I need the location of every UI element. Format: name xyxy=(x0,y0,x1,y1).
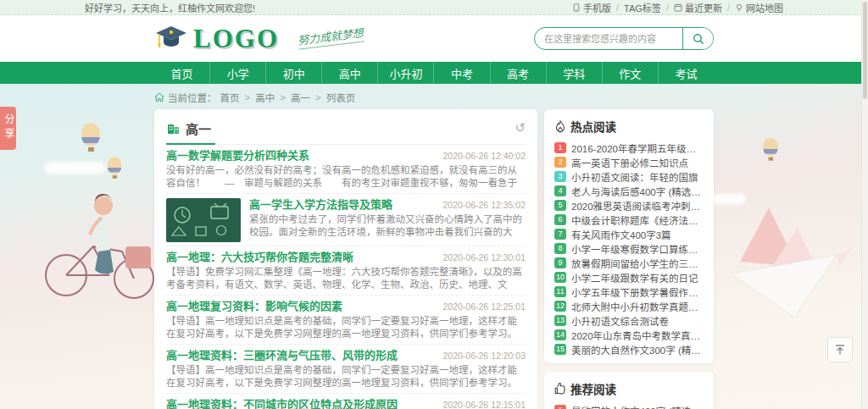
scrollbar-thumb[interactable] xyxy=(863,2,867,99)
topbar-link-mobile[interactable]: 手机版 xyxy=(572,1,611,14)
nav-item-exams[interactable]: 考试 xyxy=(658,62,714,84)
article-date: 2020-06-26 12:20:03 xyxy=(443,351,526,361)
search-input[interactable] xyxy=(535,28,682,49)
nav-item-senior-high[interactable]: 高中 xyxy=(321,62,377,84)
hot-list-item[interactable]: 8小学一年级寒假数学口算练习题三篇 xyxy=(554,241,704,256)
article-item: 高一地理：六大技巧帮你答题完整清晰 2020-06-26 12:30:01 【导… xyxy=(166,246,526,296)
graduation-cap-icon xyxy=(154,25,188,53)
recommend-reading-title: 推荐阅读 xyxy=(570,380,616,397)
topbar: 好好学习，天天向上，红柚作文网欢迎您! 手机版 / TAG标签 / 最近更新 / xyxy=(0,0,868,15)
sidebar: 热点阅读 12016-2020年春学期五年级语文下期末模拟 2高一英语下册必修二… xyxy=(544,109,714,409)
article-summary: 没有好的高一，必然没有好的高考；没有高一的危机感和紧迫感，就没有高三的从容自信！… xyxy=(166,164,526,190)
article-date: 2020-06-26 12:15:01 xyxy=(443,400,526,409)
list-header: 高一 ↺ xyxy=(166,119,526,145)
arrow-up-icon xyxy=(834,344,846,356)
hot-list-item[interactable]: 2高一英语下册必修二知识点 xyxy=(554,155,704,169)
separator: > xyxy=(315,92,321,102)
topbar-links: 手机版 / TAG标签 / 最近更新 / 网站地图 xyxy=(572,1,783,14)
article-item: 高一数学解题要分析四种关系 2020-06-26 12:40:02 没有好的高一… xyxy=(166,145,526,194)
hot-air-balloon xyxy=(81,123,100,152)
breadcrumb: 当前位置： 首页 > 高中 > 高一 > 列表页 xyxy=(154,84,714,109)
article-title-link[interactable]: 高一数学解题要分析四种关系 xyxy=(166,149,309,162)
topbar-link-sitemap[interactable]: 网站地图 xyxy=(735,1,783,14)
article-item: 高一地理资料：三圈环流与气压带、风带的形成 2020-06-26 12:20:0… xyxy=(166,345,526,394)
search-box xyxy=(534,27,714,50)
rank-badge: 3 xyxy=(554,171,566,182)
flame-icon xyxy=(554,120,566,133)
article-item: 高一地理复习资料：影响气候的因素 2020-06-26 12:25:01 【导语… xyxy=(166,296,526,345)
hot-air-balloon xyxy=(763,137,778,160)
nav-item-junior-high[interactable]: 初中 xyxy=(265,62,321,84)
share-button[interactable]: 分享 xyxy=(0,107,16,150)
article-title-link[interactable]: 高一地理：六大技巧帮你答题完整清晰 xyxy=(166,251,353,263)
rank-badge: 5 xyxy=(554,200,566,211)
topbar-link-label: 网站地图 xyxy=(746,1,783,14)
article-title-link[interactable]: 高一地理资料：三圈环流与气压带、风带的形成 xyxy=(166,349,398,362)
hot-list-item[interactable]: 142020年山东青岛中考数学真题 (已公布) xyxy=(554,328,704,342)
nav-item-subjects[interactable]: 学科 xyxy=(546,62,602,84)
hot-list-item[interactable]: 10小学二年级跟数学有关的日记 xyxy=(554,270,704,285)
phone-icon xyxy=(572,3,581,12)
article-title-link[interactable]: 高一地理资料：不同城市的区位特点及形成原因 xyxy=(166,398,398,409)
nav-item-home[interactable]: 首页 xyxy=(154,62,209,84)
rank-badge: 11 xyxy=(554,286,566,297)
hot-list-item[interactable]: 7有关风雨作文400字3篇 xyxy=(554,227,704,241)
breadcrumb-link-grade-one[interactable]: 高一 xyxy=(291,91,310,104)
hot-list-item[interactable]: 3小升初语文阅读：年轻的国旗 xyxy=(554,169,704,184)
rank-badge: 15 xyxy=(554,344,566,355)
chalkboard-doodle xyxy=(170,202,236,239)
rank-badge: 4 xyxy=(554,185,566,196)
article-thumbnail[interactable] xyxy=(166,198,241,242)
article-title-link[interactable]: 高一地理复习资料：影响气候的因素 xyxy=(166,300,342,312)
article-date: 2020-06-26 12:40:02 xyxy=(443,151,526,161)
hot-list-item[interactable]: 4老人与海读后感400字 (精选3篇) xyxy=(554,184,704,198)
list-title: 高一 xyxy=(186,119,211,137)
hot-list-item[interactable]: 52020雅思英语阅读临考冲刺试题附答案 xyxy=(554,198,704,213)
breadcrumb-prefix: 当前位置： xyxy=(168,91,217,104)
topbar-link-recent-updates[interactable]: 最近更新 xyxy=(674,1,722,14)
article-summary: 【导语】高一地理知识点是高考的基础，同学们一定要复习好高一地理，这样才能在复习好… xyxy=(166,364,526,390)
article-title-link[interactable]: 高一学生入学方法指导及策略 xyxy=(249,198,392,211)
nav-item-composition[interactable]: 作文 xyxy=(602,62,658,84)
site-logo[interactable]: LOGO xyxy=(154,25,279,53)
topbar-link-tags[interactable]: TAG标签 xyxy=(624,1,661,14)
nav-item-gaokao[interactable]: 高考 xyxy=(490,62,546,84)
rank-badge: 7 xyxy=(554,229,566,240)
hot-list-item[interactable]: 12北师大附中小升初数学真题汇编 xyxy=(554,299,704,313)
separator: / xyxy=(616,3,619,13)
hot-list-item[interactable]: 11小学五年级下册数学暑假作业答案【20-61 xyxy=(554,285,704,299)
hot-list-item[interactable]: 13小升初语文综合测试卷 xyxy=(554,313,704,328)
separator: / xyxy=(727,3,730,13)
hot-list-item[interactable]: 15美丽的大自然作文300字 (精选3篇) xyxy=(554,342,704,356)
article-item: 高一地理资料：不同城市的区位特点及形成原因 2020-06-26 12:15:0… xyxy=(166,394,526,409)
separator: > xyxy=(280,92,286,102)
rank-badge: 10 xyxy=(554,272,566,283)
undo-icon[interactable]: ↺ xyxy=(515,122,526,135)
hot-list-item[interactable]: 6中级会计职称题库《经济法》检测题 xyxy=(554,213,704,227)
search-icon xyxy=(693,33,704,45)
rank-badge: 13 xyxy=(554,315,566,326)
back-to-top-button[interactable] xyxy=(827,337,853,362)
nav-item-primary-school[interactable]: 小学 xyxy=(209,62,265,84)
site-header: LOGO 努力成就梦想 xyxy=(0,15,868,62)
slogan-text: 努力成就梦想 xyxy=(297,24,364,49)
nav-item-zhongkao[interactable]: 中考 xyxy=(433,62,489,84)
rank-badge: 1 xyxy=(554,405,566,409)
origami-crane-illustration xyxy=(716,202,856,329)
recommend-reading-card: 推荐阅读 1最欣赏的人作文400字 (精选3篇) 2关于感恩的中考满分作文600… xyxy=(544,372,714,409)
search-button[interactable] xyxy=(682,28,713,49)
browser-scrollbar[interactable] xyxy=(861,0,868,409)
article-item: 高一学生入学方法指导及策略 2020-06-26 12:35:02 紧张的中考过… xyxy=(166,194,526,246)
nav-item-primary-to-junior[interactable]: 小升初 xyxy=(377,62,433,84)
hot-list-item[interactable]: 12016-2020年春学期五年级语文下期末模拟 xyxy=(554,141,704,155)
article-summary: 【导语】免费学习网汇集整理《高一地理：六大技巧帮你答题完整清晰》，以及的高考备考… xyxy=(166,266,526,291)
logo-text: LOGO xyxy=(193,25,279,52)
main-area: 当前位置： 首页 > 高中 > 高一 > 列表页 高 xyxy=(154,84,714,409)
article-list-card: 高一 ↺ 高一数学解题要分析四种关系 2020-06-26 12:40:02 没… xyxy=(154,109,537,409)
hot-list-item[interactable]: 9放暑假期间留给小学生的三年级英语作文范文 xyxy=(554,256,704,270)
article-date: 2020-06-26 12:25:01 xyxy=(443,301,526,312)
breadcrumb-link-senior-high[interactable]: 高中 xyxy=(255,91,275,104)
topbar-link-label: 手机版 xyxy=(583,1,611,14)
breadcrumb-link-home[interactable]: 首页 xyxy=(220,91,240,104)
recommend-list-item[interactable]: 1最欣赏的人作文400字 (精选3篇) xyxy=(554,403,704,409)
